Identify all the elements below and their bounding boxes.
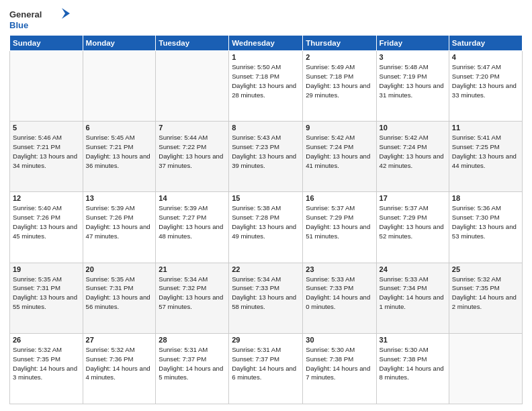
day-info: Sunrise: 5:38 AMSunset: 7:28 PMDaylight:… (232, 203, 300, 241)
day-info: Sunrise: 5:50 AMSunset: 7:18 PMDaylight:… (232, 62, 300, 100)
day-number: 25 (452, 265, 519, 273)
day-number: 16 (306, 194, 373, 202)
weekday-header: SundayMondayTuesdayWednesdayThursdayFrid… (10, 36, 523, 51)
svg-text:Blue: Blue (9, 20, 28, 30)
day-number: 31 (380, 336, 446, 344)
weekday-header-sunday: Sunday (10, 36, 83, 51)
calendar-cell: 17Sunrise: 5:37 AMSunset: 7:29 PMDayligh… (376, 192, 449, 263)
day-number: 17 (380, 194, 446, 202)
weekday-header-friday: Friday (376, 36, 449, 51)
calendar-cell: 5Sunrise: 5:46 AMSunset: 7:21 PMDaylight… (10, 122, 83, 192)
day-info: Sunrise: 5:34 AMSunset: 7:32 PMDaylight:… (159, 275, 226, 312)
calendar-cell: 20Sunrise: 5:35 AMSunset: 7:31 PMDayligh… (83, 263, 156, 333)
day-number: 21 (159, 265, 226, 273)
day-number: 20 (86, 265, 153, 273)
day-info: Sunrise: 5:33 AMSunset: 7:33 PMDaylight:… (306, 275, 373, 312)
day-info: Sunrise: 5:42 AMSunset: 7:24 PMDaylight:… (306, 133, 373, 171)
calendar-cell: 10Sunrise: 5:42 AMSunset: 7:24 PMDayligh… (376, 122, 449, 192)
day-info: Sunrise: 5:37 AMSunset: 7:29 PMDaylight:… (380, 203, 446, 241)
calendar-cell: 19Sunrise: 5:35 AMSunset: 7:31 PMDayligh… (10, 263, 83, 333)
day-info: Sunrise: 5:36 AMSunset: 7:30 PMDaylight:… (452, 203, 519, 241)
day-number: 9 (306, 124, 373, 132)
day-number: 1 (232, 53, 300, 61)
day-number: 4 (452, 53, 519, 61)
day-number: 28 (159, 336, 226, 344)
calendar-cell (449, 333, 522, 404)
day-info: Sunrise: 5:47 AMSunset: 7:20 PMDaylight:… (452, 62, 519, 100)
calendar-cell: 31Sunrise: 5:30 AMSunset: 7:38 PMDayligh… (376, 333, 449, 404)
weekday-header-wednesday: Wednesday (229, 36, 303, 51)
day-info: Sunrise: 5:30 AMSunset: 7:38 PMDaylight:… (380, 345, 446, 383)
day-info: Sunrise: 5:43 AMSunset: 7:23 PMDaylight:… (232, 133, 300, 171)
day-number: 13 (86, 194, 153, 202)
day-number: 22 (232, 265, 300, 273)
calendar-cell: 29Sunrise: 5:31 AMSunset: 7:37 PMDayligh… (229, 333, 303, 404)
calendar-cell: 3Sunrise: 5:48 AMSunset: 7:19 PMDaylight… (376, 51, 449, 122)
day-number: 18 (452, 194, 519, 202)
day-info: Sunrise: 5:32 AMSunset: 7:35 PMDaylight:… (13, 345, 80, 383)
calendar-cell: 23Sunrise: 5:33 AMSunset: 7:33 PMDayligh… (303, 263, 376, 333)
day-info: Sunrise: 5:49 AMSunset: 7:18 PMDaylight:… (306, 62, 373, 100)
calendar-week-4: 19Sunrise: 5:35 AMSunset: 7:31 PMDayligh… (10, 263, 523, 333)
day-info: Sunrise: 5:44 AMSunset: 7:22 PMDaylight:… (159, 133, 226, 171)
day-info: Sunrise: 5:42 AMSunset: 7:24 PMDaylight:… (380, 133, 446, 171)
day-info: Sunrise: 5:35 AMSunset: 7:31 PMDaylight:… (13, 275, 80, 312)
calendar-cell: 26Sunrise: 5:32 AMSunset: 7:35 PMDayligh… (10, 333, 83, 404)
calendar-cell: 2Sunrise: 5:49 AMSunset: 7:18 PMDaylight… (303, 51, 376, 122)
calendar-cell: 21Sunrise: 5:34 AMSunset: 7:32 PMDayligh… (156, 263, 229, 333)
day-number: 7 (159, 124, 226, 132)
day-number: 11 (452, 124, 519, 132)
day-number: 24 (380, 265, 446, 273)
calendar-cell (83, 51, 156, 122)
day-info: Sunrise: 5:46 AMSunset: 7:21 PMDaylight:… (13, 133, 80, 171)
day-number: 5 (13, 124, 80, 132)
calendar-week-2: 5Sunrise: 5:46 AMSunset: 7:21 PMDaylight… (10, 122, 523, 192)
day-info: Sunrise: 5:33 AMSunset: 7:34 PMDaylight:… (380, 275, 446, 312)
svg-text:General: General (9, 9, 42, 19)
calendar-cell: 15Sunrise: 5:38 AMSunset: 7:28 PMDayligh… (229, 192, 303, 263)
calendar: SundayMondayTuesdayWednesdayThursdayFrid… (9, 35, 523, 404)
day-number: 14 (159, 194, 226, 202)
calendar-cell: 9Sunrise: 5:42 AMSunset: 7:24 PMDaylight… (303, 122, 376, 192)
day-number: 19 (13, 265, 80, 273)
calendar-cell: 13Sunrise: 5:39 AMSunset: 7:26 PMDayligh… (83, 192, 156, 263)
day-info: Sunrise: 5:32 AMSunset: 7:36 PMDaylight:… (86, 345, 153, 383)
calendar-cell: 7Sunrise: 5:44 AMSunset: 7:22 PMDaylight… (156, 122, 229, 192)
calendar-cell: 28Sunrise: 5:31 AMSunset: 7:37 PMDayligh… (156, 333, 229, 404)
day-number: 12 (13, 194, 80, 202)
calendar-week-5: 26Sunrise: 5:32 AMSunset: 7:35 PMDayligh… (10, 333, 523, 404)
calendar-cell: 14Sunrise: 5:39 AMSunset: 7:27 PMDayligh… (156, 192, 229, 263)
day-number: 27 (86, 336, 153, 344)
day-number: 6 (86, 124, 153, 132)
calendar-cell: 30Sunrise: 5:30 AMSunset: 7:38 PMDayligh… (303, 333, 376, 404)
logo: General Blue (9, 7, 70, 31)
day-number: 26 (13, 336, 80, 344)
calendar-week-1: 1Sunrise: 5:50 AMSunset: 7:18 PMDaylight… (10, 51, 523, 122)
day-info: Sunrise: 5:32 AMSunset: 7:35 PMDaylight:… (452, 275, 519, 312)
day-number: 2 (306, 53, 373, 61)
calendar-cell: 24Sunrise: 5:33 AMSunset: 7:34 PMDayligh… (376, 263, 449, 333)
day-info: Sunrise: 5:48 AMSunset: 7:19 PMDaylight:… (380, 62, 446, 100)
day-number: 29 (232, 336, 300, 344)
day-info: Sunrise: 5:41 AMSunset: 7:25 PMDaylight:… (452, 133, 519, 171)
day-info: Sunrise: 5:40 AMSunset: 7:26 PMDaylight:… (13, 203, 80, 241)
calendar-cell: 18Sunrise: 5:36 AMSunset: 7:30 PMDayligh… (449, 192, 522, 263)
weekday-header-saturday: Saturday (449, 36, 522, 51)
svg-marker-1 (62, 8, 70, 19)
day-info: Sunrise: 5:45 AMSunset: 7:21 PMDaylight:… (86, 133, 153, 171)
calendar-cell: 1Sunrise: 5:50 AMSunset: 7:18 PMDaylight… (229, 51, 303, 122)
logo-svg: General Blue (9, 7, 70, 31)
calendar-cell: 22Sunrise: 5:34 AMSunset: 7:33 PMDayligh… (229, 263, 303, 333)
day-info: Sunrise: 5:35 AMSunset: 7:31 PMDaylight:… (86, 275, 153, 312)
calendar-cell (10, 51, 83, 122)
day-info: Sunrise: 5:31 AMSunset: 7:37 PMDaylight:… (159, 345, 226, 383)
weekday-header-tuesday: Tuesday (156, 36, 229, 51)
day-number: 3 (380, 53, 446, 61)
calendar-cell: 8Sunrise: 5:43 AMSunset: 7:23 PMDaylight… (229, 122, 303, 192)
day-info: Sunrise: 5:39 AMSunset: 7:27 PMDaylight:… (159, 203, 226, 241)
day-info: Sunrise: 5:39 AMSunset: 7:26 PMDaylight:… (86, 203, 153, 241)
calendar-week-3: 12Sunrise: 5:40 AMSunset: 7:26 PMDayligh… (10, 192, 523, 263)
day-number: 30 (306, 336, 373, 344)
day-number: 23 (306, 265, 373, 273)
weekday-header-thursday: Thursday (303, 36, 376, 51)
